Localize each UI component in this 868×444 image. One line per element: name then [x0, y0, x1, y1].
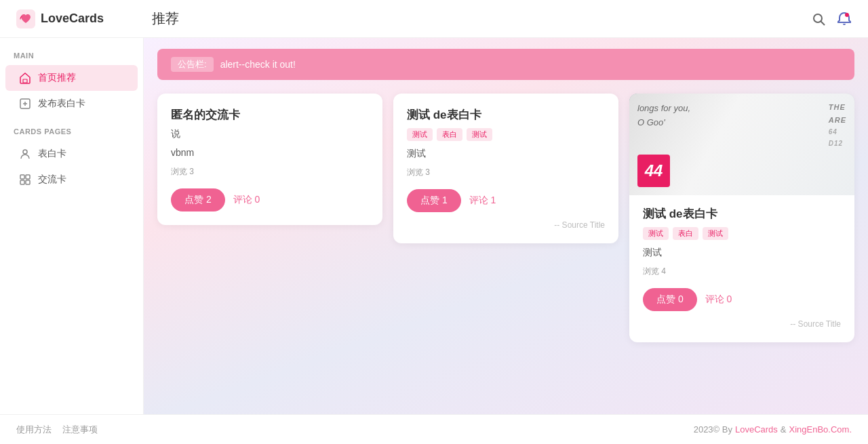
card-3-tag-2: 测试	[703, 227, 728, 240]
card-1-like-button[interactable]: 点赞 2	[171, 188, 225, 211]
svg-rect-11	[20, 180, 24, 184]
card-3-like-button[interactable]: 点赞 0	[643, 288, 697, 311]
card-1-content1: 说	[171, 128, 369, 142]
card-1-content2: vbnm	[171, 147, 369, 161]
footer-links: 使用方法 注意事项	[16, 424, 98, 436]
logo: LoveCards	[16, 9, 152, 28]
card-3-image-right: THE ARE 64 D12	[829, 102, 846, 148]
card-3-image-badge: 44	[637, 155, 670, 187]
home-icon	[19, 72, 31, 84]
svg-rect-12	[26, 180, 30, 184]
svg-rect-9	[20, 175, 24, 179]
card-2-content1: 测试	[407, 148, 605, 161]
cards-section-label: CARDS PAGES	[0, 127, 143, 141]
main-content: 公告栏: alert--check it out! 匿名的交流卡 说 vbnm …	[144, 38, 868, 414]
logo-text: LoveCards	[41, 12, 104, 26]
card-2-title: 测试 de表白卡	[407, 107, 605, 123]
footer-separator: &	[781, 424, 787, 435]
card-2: 测试 de表白卡 测试 表白 测试 测试 浏览 3 点赞 1 评论 1 -- S…	[393, 94, 618, 243]
sidebar-main-section: MAIN 首页推荐 发布表白卡	[0, 52, 143, 117]
card-3-comment-link[interactable]: 评论 0	[705, 294, 732, 306]
baicard-icon	[19, 148, 31, 160]
footer: 使用方法 注意事项 2023© By LoveCards & XingEnBo.…	[0, 414, 868, 444]
publish-icon	[19, 98, 31, 110]
card-3-rt-line2: ARE	[829, 115, 846, 126]
card-2-footer: 点赞 1 评论 1	[407, 189, 605, 212]
card-3-rt-line3: 64	[829, 127, 846, 137]
announcement-text: alert--check it out!	[220, 59, 296, 70]
sidebar: MAIN 首页推荐 发布表白卡 CARDS PAGES	[0, 38, 144, 414]
sidebar-item-home[interactable]: 首页推荐	[5, 65, 138, 91]
card-3-content1: 测试	[643, 247, 841, 260]
card-2-source: -- Source Title	[407, 220, 605, 230]
header-actions	[811, 12, 852, 26]
card-3-title: 测试 de表白卡	[643, 206, 841, 222]
card-2-tag-2: 测试	[467, 128, 492, 141]
cards-grid: 匿名的交流卡 说 vbnm 浏览 3 点赞 2 评论 0 测试 de表白卡 测试…	[157, 94, 854, 342]
card-2-tags: 测试 表白 测试	[407, 128, 605, 141]
card-3-views: 浏览 4	[643, 266, 841, 277]
card-1-comment-link[interactable]: 评论 0	[233, 194, 260, 206]
card-3: longs for you, O Goo' 44 THE ARE 64 D12	[629, 94, 854, 342]
page-title: 推荐	[152, 9, 811, 28]
card-2-like-button[interactable]: 点赞 1	[407, 189, 461, 212]
card-1: 匿名的交流卡 说 vbnm 浏览 3 点赞 2 评论 0	[157, 94, 382, 225]
sidebar-item-jiaocard[interactable]: 交流卡	[5, 167, 138, 193]
card-1-views: 浏览 3	[171, 166, 369, 178]
card-2-views: 浏览 3	[407, 167, 605, 178]
jiaocard-icon	[19, 174, 31, 186]
footer-link-usage[interactable]: 使用方法	[16, 424, 52, 436]
card-3-tag-1: 表白	[673, 227, 698, 240]
main-section-label: MAIN	[0, 52, 143, 65]
svg-point-8	[23, 150, 27, 154]
card-3-tags: 测试 表白 测试	[643, 227, 841, 240]
svg-point-3	[845, 13, 849, 17]
card-3-source: -- Source Title	[643, 319, 841, 329]
svg-point-1	[814, 14, 822, 22]
card-3-tag-0: 测试	[643, 227, 669, 240]
card-3-image-line2: O Goo'	[637, 116, 690, 130]
search-icon[interactable]	[811, 12, 826, 26]
announcement-label: 公告栏:	[171, 57, 214, 72]
svg-rect-10	[26, 175, 30, 179]
footer-link-notice[interactable]: 注意事项	[62, 424, 98, 436]
card-2-tag-1: 表白	[437, 128, 462, 141]
sidebar-home-label: 首页推荐	[38, 72, 76, 84]
card-2-comment-link[interactable]: 评论 1	[469, 195, 496, 207]
card-3-rt-line1: THE	[829, 102, 846, 113]
sidebar-publish-label: 发布表白卡	[38, 98, 85, 110]
card-1-footer: 点赞 2 评论 0	[171, 188, 369, 211]
logo-icon	[16, 9, 35, 28]
notification-icon[interactable]	[837, 12, 852, 26]
footer-copyright-text: 2023© By	[694, 424, 732, 435]
card-2-tag-0: 测试	[407, 128, 433, 141]
card-3-image-text: longs for you, O Goo'	[637, 102, 690, 130]
sidebar-cards-section: CARDS PAGES 表白卡 交流卡	[0, 127, 143, 193]
sidebar-baicard-label: 表白卡	[38, 148, 66, 160]
footer-copyright: 2023© By LoveCards & XingEnBo.Com.	[694, 424, 852, 435]
sidebar-jiaocard-label: 交流卡	[38, 174, 66, 186]
card-3-image: longs for you, O Goo' 44 THE ARE 64 D12	[629, 94, 854, 195]
layout: MAIN 首页推荐 发布表白卡 CARDS PAGES	[0, 38, 868, 414]
header: LoveCards 推荐	[0, 0, 868, 38]
sidebar-item-baicard[interactable]: 表白卡	[5, 141, 138, 167]
footer-brand1[interactable]: LoveCards	[735, 424, 778, 435]
svg-line-2	[821, 21, 825, 25]
sidebar-item-publish[interactable]: 发布表白卡	[5, 91, 138, 117]
announcement-banner: 公告栏: alert--check it out!	[157, 49, 854, 80]
card-3-image-inner: longs for you, O Goo' 44 THE ARE 64 D12	[629, 94, 854, 195]
card-3-footer: 点赞 0 评论 0	[643, 288, 841, 311]
card-1-title: 匿名的交流卡	[171, 107, 369, 123]
footer-brand2[interactable]: XingEnBo.Com.	[789, 424, 852, 435]
card-3-rt-line4: D12	[829, 138, 846, 148]
card-3-image-line1: longs for you,	[637, 102, 690, 116]
card-3-body: 测试 de表白卡 测试 表白 测试 测试 浏览 4 点赞 0 评论 0 -- S…	[629, 195, 854, 342]
